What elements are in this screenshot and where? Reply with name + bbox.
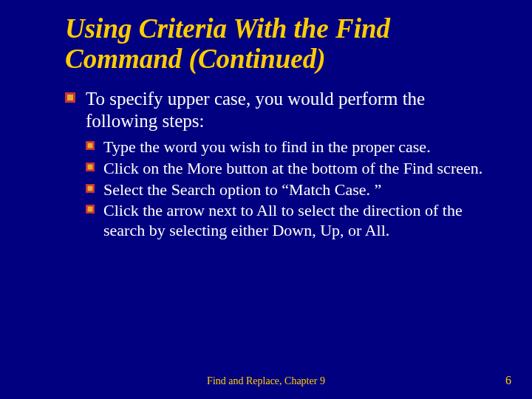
bullet-level1: To specify upper case, you would perform… (65, 88, 495, 133)
square-bullet-icon (86, 163, 95, 171)
bullet-level2-text: Click the arrow next to All to select th… (103, 201, 463, 239)
square-bullet-icon (65, 92, 75, 103)
square-bullet-icon (86, 184, 95, 193)
page-number: 6 (505, 374, 511, 387)
bullet-level1-text: To specify upper case, you would perform… (86, 89, 425, 132)
bullet-level2: Select the Search option to “Match Case.… (86, 180, 495, 200)
svg-rect-7 (88, 185, 93, 191)
slide-footer: Find and Replace, Chapter 9 (0, 375, 532, 387)
slide-title: Using Criteria With the Find Command (Co… (65, 13, 495, 75)
square-bullet-icon (86, 205, 95, 214)
svg-rect-9 (88, 207, 93, 212)
bullet-level2: Click the arrow next to All to select th… (86, 201, 495, 241)
square-bullet-icon (86, 141, 95, 150)
bullet-level2-text: Type the word you wish to find in the pr… (103, 137, 431, 156)
bullet-level2-text: Select the Search option to “Match Case.… (103, 180, 381, 199)
sub-bullet-list: Type the word you wish to find in the pr… (65, 137, 495, 241)
bullet-level2: Type the word you wish to find in the pr… (86, 137, 495, 157)
slide: Using Criteria With the Find Command (Co… (0, 0, 532, 399)
svg-rect-5 (88, 164, 93, 169)
bullet-level2-text: Click on the More button at the bottom o… (103, 159, 482, 177)
svg-rect-1 (67, 95, 73, 100)
bullet-level2: Click on the More button at the bottom o… (86, 159, 495, 179)
svg-rect-3 (88, 143, 93, 148)
